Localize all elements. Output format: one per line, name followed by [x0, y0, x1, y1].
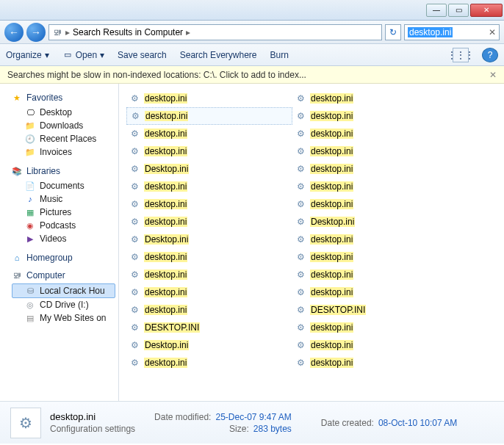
chevron-right-icon[interactable]: ▸: [65, 27, 70, 37]
list-item[interactable]: ⚙desktop.ini: [292, 125, 458, 142]
file-name-label: desktop.ini: [310, 340, 353, 350]
list-item[interactable]: ⚙Desktop.ini: [292, 213, 458, 231]
sidebar-item-desktop[interactable]: 🖵Desktop: [12, 106, 115, 119]
maximize-button[interactable]: ▭: [448, 4, 469, 17]
list-item[interactable]: ⚙desktop.ini: [126, 213, 292, 231]
file-name-label: desktop.ini: [310, 181, 353, 192]
ini-file-icon: ⚙: [129, 199, 140, 209]
refresh-button[interactable]: ↻: [385, 24, 401, 40]
list-item[interactable]: ⚙desktop.ini: [292, 178, 458, 195]
ini-file-icon: ⚙: [129, 129, 140, 139]
sidebar-item-pictures[interactable]: ▦Pictures: [12, 206, 115, 219]
list-item[interactable]: ⚙desktop.ini: [292, 160, 458, 178]
list-item[interactable]: ⚙desktop.ini: [126, 90, 292, 107]
list-item[interactable]: ⚙Desktop.ini: [126, 160, 292, 178]
save-search-button[interactable]: Save search: [118, 50, 167, 60]
chevron-right-icon[interactable]: ▸: [186, 27, 190, 37]
file-name-label: desktop.ini: [310, 111, 353, 121]
ini-file-icon: ⚙: [295, 322, 306, 333]
list-item[interactable]: ⚙DESKTOP.INI: [126, 319, 292, 336]
search-value[interactable]: desktop.ini: [408, 27, 453, 37]
list-item[interactable]: ⚙desktop.ini: [126, 354, 292, 372]
open-button[interactable]: ▭Open▾: [62, 50, 104, 60]
sidebar-item-podcasts[interactable]: ◉Podcasts: [12, 219, 115, 232]
ini-file-icon: ⚙: [295, 181, 306, 192]
file-name-label: desktop.ini: [145, 111, 188, 121]
list-item[interactable]: ⚙desktop.ini: [126, 125, 292, 142]
close-infobar-icon[interactable]: ✕: [489, 70, 497, 80]
list-item[interactable]: ⚙desktop.ini: [292, 107, 458, 125]
created-label: Date created:: [321, 418, 374, 428]
window-titlebar: — ▭ ✕: [0, 0, 504, 21]
list-item[interactable]: ⚙desktop.ini: [126, 107, 292, 125]
homegroup-header[interactable]: ⌂Homegroup: [12, 253, 115, 263]
ini-file-icon: ⚙: [295, 287, 306, 297]
file-name-label: DESKTOP.INI: [144, 322, 200, 333]
ini-file-icon: ⚙: [129, 340, 140, 350]
close-button[interactable]: ✕: [470, 4, 503, 17]
file-name-label: Desktop.ini: [144, 234, 189, 245]
ini-file-icon: ⚙: [295, 93, 306, 104]
sidebar-item-invoices[interactable]: 📁Invoices: [12, 145, 115, 159]
podcast-icon: ◉: [25, 220, 35, 231]
help-button[interactable]: ?: [482, 48, 498, 62]
sidebar-item-recent[interactable]: 🕘Recent Places: [12, 132, 115, 145]
list-item[interactable]: ⚙desktop.ini: [292, 142, 458, 160]
list-item[interactable]: ⚙desktop.ini: [292, 195, 458, 213]
list-item[interactable]: ⚙desktop.ini: [126, 266, 292, 283]
sidebar-item-cd-drive[interactable]: ◎CD Drive (I:): [12, 298, 115, 311]
list-item[interactable]: ⚙desktop.ini: [292, 231, 458, 248]
file-name-label: Desktop.ini: [310, 217, 355, 227]
list-item[interactable]: ⚙desktop.ini: [126, 142, 292, 160]
list-item[interactable]: ⚙desktop.ini: [292, 319, 458, 336]
list-item[interactable]: ⚙desktop.ini: [126, 195, 292, 213]
list-item[interactable]: ⚙desktop.ini: [292, 283, 458, 301]
organize-button[interactable]: Organize▾: [6, 50, 49, 60]
file-preview-icon: ⚙: [10, 408, 41, 438]
ini-file-icon: ⚙: [129, 234, 140, 245]
list-item[interactable]: ⚙DESKTOP.INI: [292, 301, 458, 319]
breadcrumb[interactable]: 🖳 ▸ Search Results in Computer ▸: [48, 24, 382, 40]
search-input[interactable]: desktop.ini ✕: [404, 24, 500, 40]
sidebar-item-music[interactable]: ♪Music: [12, 192, 115, 206]
file-name-label: desktop.ini: [144, 129, 187, 139]
list-item[interactable]: ⚙desktop.ini: [292, 336, 458, 354]
list-item[interactable]: ⚙desktop.ini: [292, 248, 458, 266]
clear-search-icon[interactable]: ✕: [489, 27, 496, 37]
sidebar-item-downloads[interactable]: 📁Downloads: [12, 119, 115, 132]
sidebar-item-web-sites[interactable]: ▤My Web Sites on: [12, 311, 115, 325]
file-name-label: desktop.ini: [310, 322, 353, 333]
burn-button[interactable]: Burn: [270, 50, 288, 60]
favorites-header[interactable]: ★Favorites: [12, 93, 115, 103]
ini-file-icon: ⚙: [295, 111, 306, 121]
list-item[interactable]: ⚙desktop.ini: [126, 248, 292, 266]
sidebar-item-videos[interactable]: ▶Videos: [12, 232, 115, 245]
libraries-header[interactable]: 📚Libraries: [12, 166, 115, 176]
nav-forward-button[interactable]: →: [26, 23, 46, 42]
sidebar-item-local-disk[interactable]: ⛁Local Crack Hou: [12, 283, 115, 298]
breadcrumb-label[interactable]: Search Results in Computer: [73, 27, 183, 37]
sidebar-item-documents[interactable]: 📄Documents: [12, 179, 115, 192]
ini-file-icon: ⚙: [295, 305, 306, 315]
minimize-button[interactable]: —: [426, 4, 447, 17]
ini-file-icon: ⚙: [295, 164, 306, 174]
ini-file-icon: ⚙: [295, 129, 306, 139]
view-options-button[interactable]: ⋮⋮⋮: [453, 48, 469, 62]
file-name-label: desktop.ini: [144, 199, 187, 209]
ini-file-icon: ⚙: [129, 322, 140, 333]
list-item[interactable]: ⚙Desktop.ini: [126, 336, 292, 354]
list-item[interactable]: ⚙desktop.ini: [292, 266, 458, 283]
search-info-bar[interactable]: Searches might be slow in non-indexed lo…: [0, 66, 504, 84]
nav-back-button[interactable]: ←: [4, 23, 24, 42]
file-name-label: desktop.ini: [144, 252, 187, 262]
list-item[interactable]: ⚙desktop.ini: [292, 90, 458, 107]
homegroup-icon: ⌂: [12, 253, 22, 263]
list-item[interactable]: ⚙desktop.ini: [126, 301, 292, 319]
chevron-down-icon: ▾: [100, 50, 104, 60]
list-item[interactable]: ⚙desktop.ini: [126, 283, 292, 301]
list-item[interactable]: ⚙desktop.ini: [126, 178, 292, 195]
list-item[interactable]: ⚙desktop.ini: [292, 354, 458, 372]
computer-header[interactable]: 🖳Computer: [12, 270, 115, 281]
list-item[interactable]: ⚙Desktop.ini: [126, 231, 292, 248]
search-everywhere-button[interactable]: Search Everywhere: [180, 50, 257, 60]
